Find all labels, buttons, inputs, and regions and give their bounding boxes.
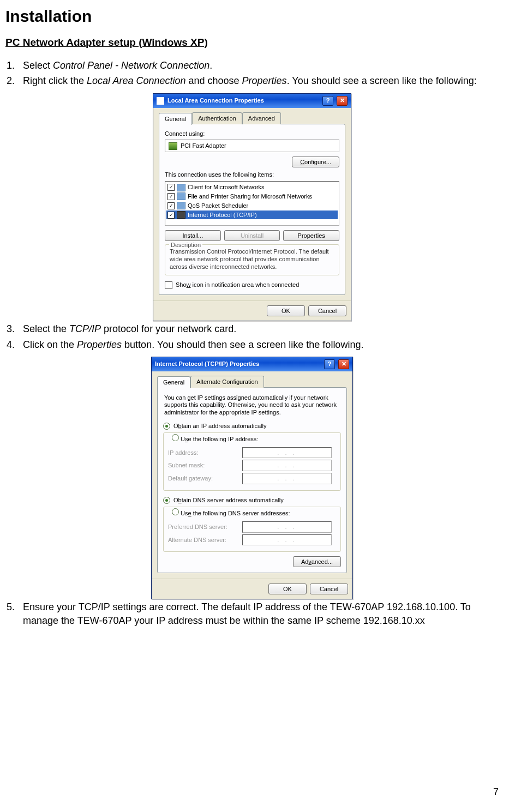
steps-list: Select Control Panel - Network Connectio… xyxy=(5,59,499,88)
ip-address-input: . . . xyxy=(242,447,332,459)
tcpip-properties-dialog: Internet Protocol (TCP/IP) Properties ? … xyxy=(151,357,353,600)
ip-fieldset: Use the following IP address: IP address… xyxy=(163,432,341,491)
checkbox-icon[interactable] xyxy=(165,281,172,289)
ok-button[interactable]: OK xyxy=(268,584,307,594)
connect-using-label: Connect using: xyxy=(165,130,339,138)
dialog-titlebar[interactable]: Internet Protocol (TCP/IP) Properties ? … xyxy=(152,357,352,371)
list-item-label: QoS Packet Scheduler xyxy=(188,202,248,210)
radio-obtain-ip[interactable]: Obtain an IP address automatically xyxy=(163,421,341,431)
description-text: Transmission Control Protocol/Internet P… xyxy=(170,248,334,270)
cancel-button[interactable]: Cancel xyxy=(310,584,348,594)
radio-use-dns[interactable]: Use the following DNS server addresses: xyxy=(170,508,292,518)
step-3-text-b: protocol for your network card. xyxy=(101,323,236,334)
step-2: Right click the Local Area Connection an… xyxy=(17,74,499,87)
step-2-italic-2: Properties xyxy=(242,75,287,86)
dialog-title: Internet Protocol (TCP/IP) Properties xyxy=(155,360,259,368)
checkbox-icon[interactable]: ✓ xyxy=(167,193,175,200)
component-icon xyxy=(177,193,185,200)
step-1: Select Control Panel - Network Connectio… xyxy=(17,59,499,72)
ip-address-label: IP address: xyxy=(168,449,239,457)
help-button[interactable]: ? xyxy=(324,359,335,369)
adapter-name: PCI Fast Adapter xyxy=(181,142,226,150)
step-4-text-a: Click on the xyxy=(23,339,77,350)
radio-use-ip[interactable]: Use the following IP address: xyxy=(170,434,260,443)
lac-properties-dialog: Local Area Connection Properties ? ✕ Gen… xyxy=(153,93,351,321)
dns-fieldset: Use the following DNS server addresses: … xyxy=(163,507,341,552)
uninstall-button: Uninstall xyxy=(224,230,280,241)
list-item-label: Client for Microsoft Networks xyxy=(188,183,265,191)
tab-advanced[interactable]: Advanced xyxy=(242,112,281,124)
step-4-italic: Properties xyxy=(77,339,122,350)
component-icon xyxy=(177,202,185,209)
radio-label: Obtain an IP address automatically xyxy=(173,422,266,430)
radio-icon xyxy=(172,434,179,441)
radio-label: Obtain DNS server address automatically xyxy=(173,496,284,504)
items-listbox[interactable]: ✓ Client for Microsoft Networks ✓ File a… xyxy=(165,181,339,226)
description-legend: Description xyxy=(169,241,202,249)
radio-obtain-dns[interactable]: Obtain DNS server address automatically xyxy=(163,495,341,506)
tab-authentication[interactable]: Authentication xyxy=(192,112,242,124)
steps-list-3: Ensure your TCP/IP settings are correct.… xyxy=(5,600,499,627)
step-4-text-b: button. You should then see a screen lik… xyxy=(122,339,363,350)
page-title: Installation xyxy=(5,5,499,28)
alt-dns-row: Alternate DNS server: . . . xyxy=(168,534,336,546)
step-2-italic-1: Local Area Connection xyxy=(87,75,185,86)
step-2-text-c: . You should see a screen like the follo… xyxy=(287,75,477,86)
dialog-title: Local Area Connection Properties xyxy=(167,97,264,105)
configure-button[interactable]: Configure... xyxy=(292,157,339,167)
install-button[interactable]: Install... xyxy=(165,230,221,241)
advanced-button[interactable]: Advanced... xyxy=(293,556,341,567)
subnet-label: Subnet mask: xyxy=(168,461,239,470)
window-icon xyxy=(157,97,164,105)
close-button[interactable]: ✕ xyxy=(338,359,349,369)
ip-address-row: IP address: . . . xyxy=(168,447,336,459)
checkbox-icon[interactable]: ✓ xyxy=(167,212,175,219)
radio-label: Use the following DNS server addresses: xyxy=(181,510,290,516)
radio-icon xyxy=(163,497,170,504)
step-2-text-a: Right click the xyxy=(23,75,87,86)
alt-dns-label: Alternate DNS server: xyxy=(168,536,239,544)
help-button[interactable]: ? xyxy=(322,96,333,106)
nic-icon xyxy=(169,142,177,150)
step-5: Ensure your TCP/IP settings are correct.… xyxy=(17,600,499,627)
page-subtitle: PC Network Adapter setup (Windows XP) xyxy=(5,35,499,50)
list-item-label: Internet Protocol (TCP/IP) xyxy=(188,211,257,219)
description-group: Description Transmission Control Protoco… xyxy=(165,244,339,275)
show-icon-checkbox-row[interactable]: Show icon in notification area when conn… xyxy=(165,281,339,289)
tab-general[interactable]: General xyxy=(159,113,192,125)
radio-icon xyxy=(172,508,179,515)
gateway-label: Default gateway: xyxy=(168,474,239,483)
component-icon xyxy=(177,184,185,191)
cancel-button[interactable]: Cancel xyxy=(308,305,346,316)
close-button[interactable]: ✕ xyxy=(337,96,348,106)
step-2-text-b: and choose xyxy=(186,75,242,86)
gateway-row: Default gateway: . . . xyxy=(168,473,336,484)
step-1-text-a: Select xyxy=(23,60,53,71)
alt-dns-input: . . . xyxy=(242,534,332,546)
dialog-titlebar[interactable]: Local Area Connection Properties ? ✕ xyxy=(153,94,351,108)
show-icon-label: Show icon in notification area when conn… xyxy=(176,281,299,289)
step-3-text-a: Select the xyxy=(23,323,69,334)
gateway-input: . . . xyxy=(242,473,332,484)
tab-general[interactable]: General xyxy=(157,376,190,388)
pref-dns-label: Preferred DNS server: xyxy=(168,523,239,531)
tab-strip: General Alternate Configuration xyxy=(157,376,347,388)
list-item[interactable]: ✓ File and Printer Sharing for Microsoft… xyxy=(166,192,338,201)
adapter-field: PCI Fast Adapter xyxy=(165,140,339,152)
properties-button[interactable]: Properties xyxy=(283,230,339,241)
checkbox-icon[interactable]: ✓ xyxy=(167,184,175,191)
ok-button[interactable]: OK xyxy=(267,305,305,316)
list-item[interactable]: ✓ QoS Packet Scheduler xyxy=(166,201,338,210)
tab-strip: General Authentication Advanced xyxy=(159,112,345,124)
subnet-row: Subnet mask: . . . xyxy=(168,460,336,471)
step-4: Click on the Properties button. You shou… xyxy=(17,338,499,351)
steps-list-2: Select the TCP/IP protocol for your netw… xyxy=(5,322,499,351)
list-item-selected[interactable]: ✓ Internet Protocol (TCP/IP) xyxy=(166,210,338,220)
step-3-italic: TCP/IP xyxy=(69,323,101,334)
tab-alternate[interactable]: Alternate Configuration xyxy=(190,376,264,388)
items-label: This connection uses the following items… xyxy=(165,171,339,179)
checkbox-icon[interactable]: ✓ xyxy=(167,202,175,209)
list-item[interactable]: ✓ Client for Microsoft Networks xyxy=(166,183,338,192)
protocol-icon xyxy=(177,211,185,219)
pref-dns-row: Preferred DNS server: . . . xyxy=(168,521,336,533)
